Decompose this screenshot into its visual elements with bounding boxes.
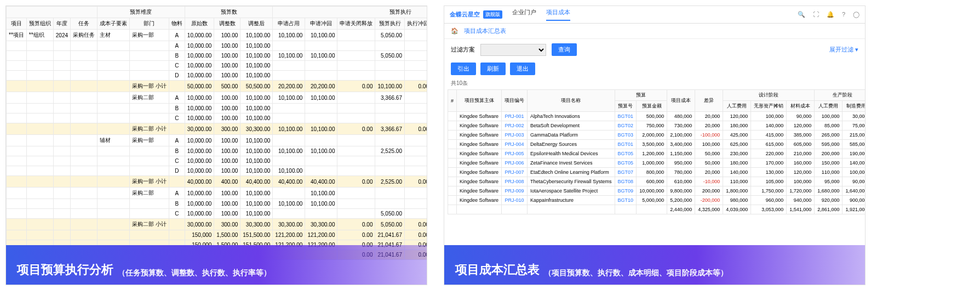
col-header[interactable]: 年度 [53, 18, 70, 30]
col-header[interactable]: 预算金额 [637, 101, 667, 112]
col-header[interactable]: 项目 [7, 18, 27, 30]
col-header[interactable]: 部门 [130, 18, 169, 30]
table-row[interactable]: Kingdee SoftwarePRJ-010KappaInfrastructu… [448, 196, 866, 205]
table-row[interactable]: 2,440,0004,325,0004,039,0003,053,0001,54… [448, 205, 866, 214]
col-header[interactable]: 设计阶段 [723, 90, 815, 101]
col-header[interactable]: 预算号 [615, 101, 637, 112]
table-row[interactable]: C10,000.00100.0010,100.005,050.005,050.0… [7, 209, 427, 219]
table-row[interactable]: B10,000.00100.0010,100.0010,100.0010,100… [7, 199, 427, 209]
cell: 121,200.00 [305, 230, 337, 240]
table-row[interactable]: Kingdee SoftwarePRJ-008ThetaCybersecurit… [448, 177, 866, 186]
col-header[interactable]: 人工费用 [723, 101, 751, 112]
table-row[interactable]: B10,000.00100.0010,100.00 [7, 104, 427, 114]
table-row[interactable]: 150,0001,500.00151,500.00121,200.00121,2… [7, 230, 427, 240]
col-header[interactable]: 项目编号 [502, 90, 528, 112]
col-header[interactable]: 申请占用 [273, 18, 305, 30]
table-row[interactable]: Kingdee SoftwarePRJ-007EtaEdtech Online … [448, 168, 866, 177]
cell [404, 135, 427, 146]
home-icon[interactable]: 🏠 [451, 27, 459, 35]
notification-icon[interactable]: 🔔 [827, 11, 834, 18]
table-row[interactable]: Kingdee SoftwarePRJ-002BetaSoft Developm… [448, 121, 866, 131]
cell: 5,050.00 [375, 209, 405, 219]
top-tab[interactable]: 企业门户 [512, 8, 536, 21]
table-row[interactable]: C10,000.00100.0010,100.00 [7, 114, 427, 123]
table-row[interactable]: B10,000.00100.0010,100.0010,100.0010,100… [7, 146, 427, 156]
col-header[interactable]: 无形资产摊销 [751, 101, 787, 112]
cell [26, 146, 53, 156]
search-icon[interactable]: 🔍 [798, 11, 805, 18]
cell: 1,150,000 [667, 149, 695, 158]
col-header[interactable]: 成本子要素 [98, 18, 130, 30]
table-row[interactable]: C10,000.00100.0010,100.00 [7, 61, 427, 71]
cell: 2,000,000 [637, 131, 667, 140]
budget-table-wrap[interactable]: 预算维度预算数预算执行项目预算组织年度任务成本子要素部门物料原始数调整数调整后申… [6, 6, 427, 285]
table-row[interactable]: Kingdee SoftwarePRJ-006ZetaFinance Inves… [448, 158, 866, 168]
col-header[interactable]: 人工费用 [815, 101, 843, 112]
col-header[interactable]: 执行冲回 [404, 18, 427, 30]
cell: 3,400,000 [667, 140, 695, 149]
table-row[interactable]: 采购二部 小计30,000.00300.0030,300.0010,100.00… [7, 123, 427, 135]
action-button[interactable]: 退出 [510, 63, 535, 75]
col-header[interactable]: 任务 [71, 18, 98, 30]
col-header[interactable]: 项目名称 [528, 90, 615, 112]
col-header[interactable]: 预算执行 [375, 18, 405, 30]
col-header[interactable]: 申请关闭释放 [337, 18, 375, 30]
cell: 采购任务 [71, 30, 98, 41]
col-header[interactable]: 原始数 [185, 18, 214, 30]
col-header[interactable]: # [448, 90, 457, 112]
table-row[interactable]: 采购一部 小计40,000.00400.0040,400.0040,400.00… [7, 176, 427, 188]
col-header[interactable]: 项目预算主体 [457, 90, 502, 112]
table-row[interactable]: 辅材采购一部A10,000.00100.0010,100.00 [7, 135, 427, 146]
user-icon[interactable]: ◯ [853, 11, 859, 18]
table-row[interactable]: Kingdee SoftwarePRJ-003GammaData Platfor… [448, 131, 866, 140]
table-row[interactable]: C10,000.00100.0010,100.00 [7, 156, 427, 166]
col-header[interactable]: 预算 [615, 90, 667, 101]
col-header[interactable]: 调整数 [214, 18, 240, 30]
table-row[interactable]: Kingdee SoftwarePRJ-005EpsilonHealth Med… [448, 149, 866, 158]
query-button[interactable]: 查询 [552, 43, 577, 56]
col-header[interactable]: 项目成本 [667, 90, 695, 112]
crumb-title[interactable]: 项目成本汇总表 [464, 27, 506, 35]
table-row[interactable]: 采购一部 小计50,000.00500.0050,500.0020,200.00… [7, 81, 427, 92]
top-tab[interactable]: 项目成本 [546, 8, 570, 21]
col-header[interactable]: 申请冲回 [305, 18, 337, 30]
cost-grid-wrap[interactable]: #项目预算主体项目编号项目名称预算项目成本差异设计阶段生产阶段销售阶段预算号预算… [444, 89, 865, 214]
cell: PRJ-005 [502, 149, 528, 158]
cell: 1,541,000 [787, 205, 815, 214]
col-header[interactable]: 生产阶段 [815, 90, 865, 101]
cell [7, 71, 27, 81]
action-button[interactable]: 引出 [451, 63, 476, 75]
cell: C [169, 156, 185, 166]
cell [71, 41, 98, 51]
cell: 10,100.00 [305, 146, 337, 156]
col-header[interactable]: 物料 [169, 18, 185, 30]
table-row[interactable]: 采购二部A10,000.00100.0010,100.0010,100.00 [7, 188, 427, 199]
cell: 140,000 [751, 121, 787, 131]
fullscreen-icon[interactable]: ⛶ [813, 11, 819, 18]
table-row[interactable]: **项目**组织2024采购任务主材采购一部A10,000.00100.0010… [7, 30, 427, 41]
col-header[interactable]: 制造费用 [843, 101, 865, 112]
col-header[interactable]: 调整后 [240, 18, 273, 30]
cell: 0.00 [337, 230, 375, 240]
table-row[interactable]: Kingdee SoftwarePRJ-001AlphaTech Innovat… [448, 112, 866, 121]
filter-select[interactable] [480, 44, 546, 56]
cell: PRJ-001 [502, 112, 528, 121]
action-button[interactable]: 刷新 [480, 63, 506, 75]
table-row[interactable]: Kingdee SoftwarePRJ-004DeltaEnergy Sourc… [448, 140, 866, 149]
table-row[interactable]: Kingdee SoftwarePRJ-009IotaAerospace Sat… [448, 186, 866, 196]
cell: 265,000 [815, 131, 843, 140]
table-row[interactable]: A10,000.00100.0010,100.00 [7, 41, 427, 51]
help-icon[interactable]: ? [842, 11, 845, 18]
cell: 0.00 [404, 219, 427, 230]
cell [130, 230, 169, 240]
table-row[interactable]: B10,000.00100.0010,100.0010,100.0010,100… [7, 51, 427, 61]
col-header[interactable]: 材料成本 [787, 101, 815, 112]
table-row[interactable]: 采购二部 小计30,000.00300.0030,300.0030,300.00… [7, 219, 427, 230]
table-row[interactable]: 采购二部A10,000.00100.0010,100.0010,100.0010… [7, 92, 427, 104]
table-row[interactable]: D10,000.00100.0010,100.0010,100.00 [7, 166, 427, 176]
cell [98, 166, 130, 176]
table-row[interactable]: D10,000.00100.0010,100.00 [7, 71, 427, 81]
col-header[interactable]: 差异 [695, 90, 723, 112]
col-header[interactable]: 预算组织 [26, 18, 53, 30]
expand-filter-link[interactable]: 展开过滤 ▾ [829, 46, 858, 54]
